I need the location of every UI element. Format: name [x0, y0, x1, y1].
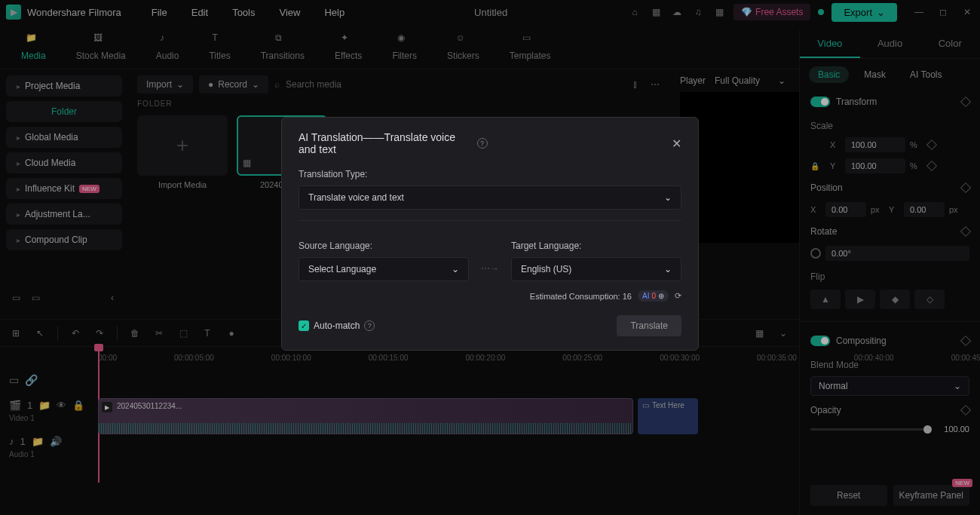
chevron-down-icon: ⌄: [664, 264, 672, 274]
modal-title: AI Translation——Translate voice and text: [299, 131, 471, 155]
modal-overlay: AI Translation——Translate voice and text…: [0, 0, 980, 515]
consumption-label: Estimated Consumption: 16: [530, 292, 632, 301]
refresh-icon[interactable]: ⟳: [675, 291, 681, 301]
translate-button[interactable]: Translate: [617, 315, 681, 336]
translation-type-select[interactable]: Translate voice and text⌄: [299, 185, 681, 210]
chevron-down-icon: ⌄: [664, 192, 672, 203]
ai-credits-badge[interactable]: AI0⊕: [638, 290, 669, 302]
chevron-down-icon: ⌄: [452, 264, 459, 274]
arrow-right-icon: ⋯→: [481, 263, 499, 281]
ai-icon: AI: [642, 292, 649, 300]
automatch-label: Auto-match: [314, 320, 360, 331]
help-icon[interactable]: ?: [477, 138, 488, 149]
translation-type-label: Translation Type:: [299, 169, 681, 179]
ai-translation-modal: AI Translation——Translate voice and text…: [281, 117, 699, 351]
target-language-select[interactable]: English (US)⌄: [511, 257, 681, 281]
source-language-select[interactable]: Select Language⌄: [299, 257, 469, 281]
automatch-checkbox[interactable]: ✓: [299, 320, 309, 331]
target-language-label: Target Language:: [511, 241, 681, 251]
source-language-label: Source Language:: [299, 241, 469, 251]
close-icon[interactable]: ✕: [672, 136, 681, 151]
plus-icon: ⊕: [658, 292, 664, 300]
help-icon[interactable]: ?: [364, 320, 375, 331]
